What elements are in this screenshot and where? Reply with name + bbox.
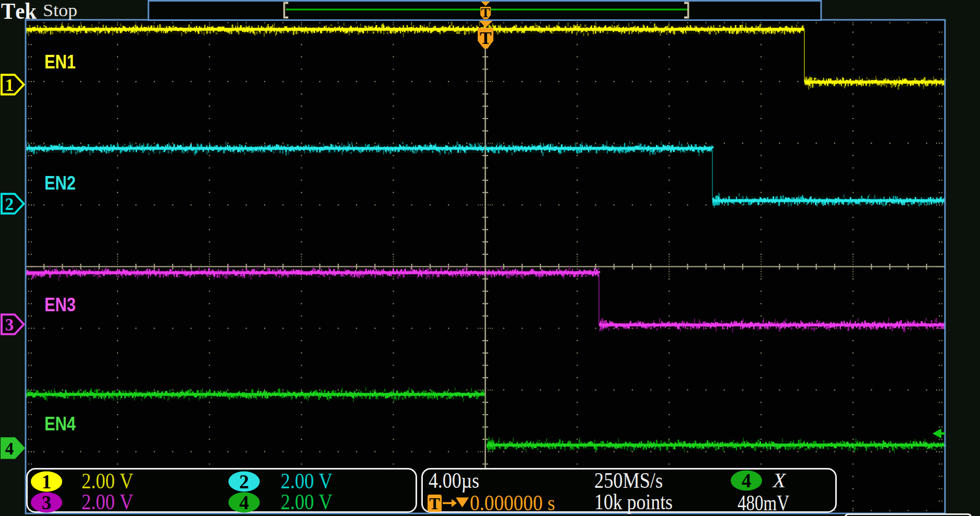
svg-text:480mV: 480mV bbox=[737, 491, 789, 515]
svg-text:Stop: Stop bbox=[43, 1, 77, 20]
svg-text:2.00 V: 2.00 V bbox=[281, 490, 332, 514]
svg-text:3: 3 bbox=[5, 315, 14, 334]
svg-text:2.00 V: 2.00 V bbox=[82, 490, 133, 514]
svg-text:4.00µs: 4.00µs bbox=[429, 468, 479, 492]
svg-text:250MS/s: 250MS/s bbox=[594, 468, 663, 492]
svg-text:T: T bbox=[480, 28, 492, 48]
svg-text:2: 2 bbox=[239, 471, 249, 492]
svg-text:4: 4 bbox=[239, 492, 249, 513]
svg-text:10k points: 10k points bbox=[594, 490, 673, 514]
svg-text:T: T bbox=[481, 5, 490, 20]
svg-text:EN3: EN3 bbox=[44, 294, 76, 315]
svg-text:3: 3 bbox=[42, 492, 52, 513]
svg-text:EN4: EN4 bbox=[44, 413, 76, 435]
svg-text:2: 2 bbox=[5, 195, 14, 214]
svg-text:4: 4 bbox=[5, 439, 14, 458]
svg-text:1: 1 bbox=[5, 76, 14, 95]
svg-text:Tek: Tek bbox=[1, 0, 37, 24]
svg-text:0.000000 s: 0.000000 s bbox=[470, 491, 555, 515]
svg-text:T: T bbox=[429, 495, 440, 513]
svg-text:EN2: EN2 bbox=[44, 172, 76, 194]
svg-text:X: X bbox=[772, 468, 787, 492]
svg-text:EN1: EN1 bbox=[44, 51, 76, 73]
svg-text:1: 1 bbox=[42, 471, 52, 492]
svg-text:4: 4 bbox=[742, 470, 752, 491]
